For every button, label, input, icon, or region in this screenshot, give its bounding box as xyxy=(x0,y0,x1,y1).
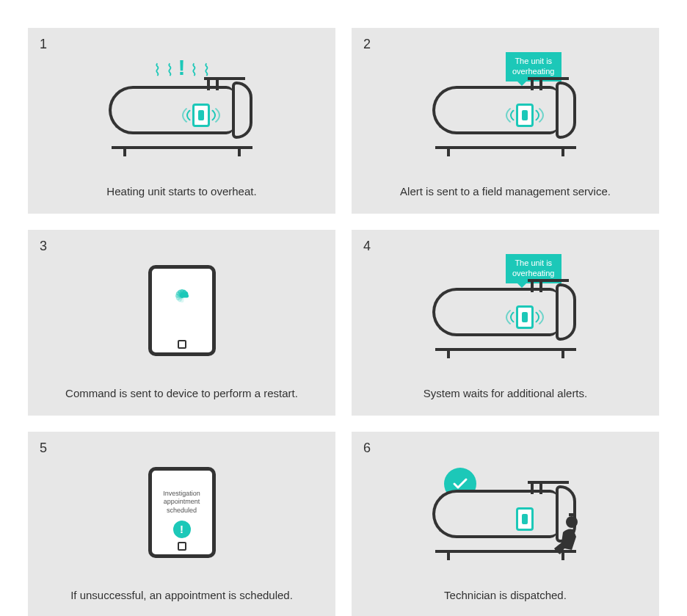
illustration-restart-command xyxy=(41,240,322,381)
panel-2: 2 The unit is overheating Alert is sent … xyxy=(352,28,659,214)
illustration-overheat: ⌇⌇ ! ⌇⌇ xyxy=(41,38,322,179)
sensor-icon xyxy=(516,305,534,329)
callout-line2: overheating xyxy=(512,269,555,278)
tablet-message: Investigation appointment scheduled xyxy=(159,490,205,515)
panel-caption: Heating unit starts to overheat. xyxy=(41,179,322,200)
illustration-wait-alerts: The unit is overheating xyxy=(365,240,646,381)
panel-4: 4 The unit is overheating System waits f… xyxy=(352,230,659,416)
process-grid: 1 ⌇⌇ ! ⌇⌇ Heating unit starts to o xyxy=(28,28,659,616)
panel-1: 1 ⌇⌇ ! ⌇⌇ Heating unit starts to o xyxy=(28,28,335,214)
illustration-appointment: Investigation appointment scheduled ! xyxy=(41,442,322,583)
callout-line1: The unit is xyxy=(515,57,552,65)
callout-line2: overheating xyxy=(512,67,555,76)
alert-vibration-icon: ⌇⌇ ! ⌇⌇ xyxy=(153,57,211,79)
alert-badge-icon: ! xyxy=(173,521,191,538)
tablet-icon: Investigation appointment scheduled ! xyxy=(148,467,216,558)
tablet-icon xyxy=(148,265,216,356)
callout-line1: The unit is xyxy=(515,258,552,267)
heating-unit-icon: The unit is overheating xyxy=(425,61,586,156)
heating-unit-icon: The unit is overheating xyxy=(425,263,586,358)
sensor-icon xyxy=(516,104,534,127)
panel-5: 5 Investigation appointment scheduled ! … xyxy=(28,432,335,616)
sensor-icon xyxy=(516,507,534,531)
panel-caption: System waits for additional alerts. xyxy=(365,381,646,402)
heating-unit-icon: ⌇⌇ ! ⌇⌇ xyxy=(101,61,263,156)
illustration-technician xyxy=(365,442,646,583)
panel-caption: If unsuccessful, an appointment is sched… xyxy=(41,583,322,604)
sensor-icon xyxy=(192,104,210,127)
illustration-alert-sent: The unit is overheating xyxy=(365,38,646,179)
panel-caption: Command is sent to device to perform a r… xyxy=(41,381,322,402)
panel-caption: Alert is sent to a field management serv… xyxy=(365,179,646,200)
panel-caption: Technician is dispatched. xyxy=(365,583,646,604)
spinner-icon xyxy=(166,294,198,327)
panel-6: 6 xyxy=(352,432,659,616)
heating-unit-icon xyxy=(425,465,586,560)
technician-icon xyxy=(547,510,585,554)
panel-3: 3 Command is sent to device to perform a… xyxy=(28,230,335,416)
